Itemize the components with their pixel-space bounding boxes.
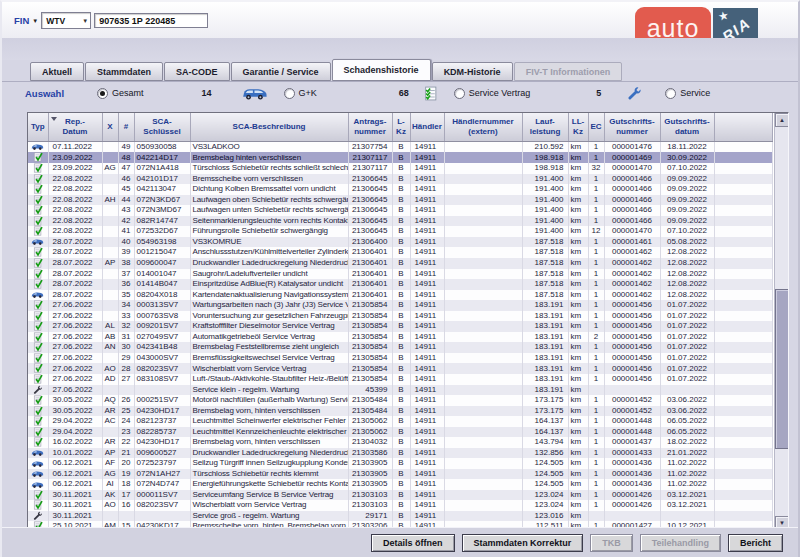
cell-sca-beschreibung: Türschloss Schiebetür rechts klemmt xyxy=(190,469,348,479)
cell-nr: 31 xyxy=(118,332,134,343)
bericht-button[interactable]: Bericht xyxy=(728,534,783,552)
details-ffnen-button[interactable]: Details öffnen xyxy=(371,534,455,552)
table-row[interactable]: 07.11.202249050930058VS3LADKOO21307754B1… xyxy=(28,142,773,153)
table-row[interactable]: 30.11.2021AO16082023SV7Wischerblatt vorn… xyxy=(28,500,773,511)
cell-antragsnummer: 21304032 xyxy=(348,437,392,448)
col-header-sca-beschreibung[interactable]: SCA-Beschreibung xyxy=(190,113,348,142)
col-header-typ[interactable]: Typ xyxy=(28,113,48,142)
table-row[interactable]: 28.07.202237014001047Saugrohr/Ladeluftve… xyxy=(28,269,773,280)
stammdaten-korrektur-button[interactable]: Stammdaten Korrektur xyxy=(462,534,584,552)
table-row[interactable]: 22.08.202245042113047Dichtung Kolben Bre… xyxy=(28,184,773,195)
teilehandling-button: Teilehandling xyxy=(640,534,721,552)
checklist-icon xyxy=(423,86,438,101)
col-header-nr[interactable]: # xyxy=(118,113,134,142)
cell-rep-datum: 22.08.2022 xyxy=(48,174,102,185)
table-row[interactable]: 30.11.2021Service groß - regelm. Wartung… xyxy=(28,511,773,521)
radio-gesamt[interactable]: Gesamt xyxy=(97,88,144,99)
vin-input[interactable] xyxy=(94,13,208,28)
table-row[interactable]: 16.02.2022AR2204230HD17Bremsbelag vorn, … xyxy=(28,437,773,448)
cell-sca-schluessel: 009600047 xyxy=(134,258,190,269)
table-row[interactable]: 06.12.2021AF20072523797Seilzug Türgriff … xyxy=(28,458,773,468)
col-header-x[interactable]: X xyxy=(102,113,118,142)
table-row[interactable]: 27.06.2022AO28082023SV7Wischerblatt vorn… xyxy=(28,363,773,374)
service-wrench-icon xyxy=(28,511,48,521)
table-row[interactable]: 22.08.202246042101D17Bremsscheibe vorn v… xyxy=(28,174,773,185)
cell-gutschriftsdatum: 12.08.2022 xyxy=(660,247,714,258)
table-row[interactable]: 28.07.2022AP38009600047Druckwandler Lade… xyxy=(28,258,773,269)
table-row[interactable]: 22.08.202241072532D67Führungsrolle Schie… xyxy=(28,226,773,237)
cell-sca-schluessel: 000011SV7 xyxy=(134,490,190,501)
col-header-ll-kz[interactable]: LL- Kz xyxy=(568,113,588,142)
table-row[interactable]: 27.06.2022AN30042341B48Bremsbelag Festst… xyxy=(28,342,773,353)
col-header-sca-schluessel[interactable]: SCA- Schlüssel xyxy=(134,113,190,142)
cell-rep-datum: 29.04.2022 xyxy=(48,416,102,427)
cell-haendlernummer-extern xyxy=(444,511,522,521)
col-header-haendlernummer-extern[interactable]: Händlernummer (extern) xyxy=(444,113,522,142)
table-row[interactable]: 28.07.20223508204X018Kartendatenaktualis… xyxy=(28,290,773,300)
table-row[interactable]: 27.06.2022AL32009201SV7Kraftstofffilter … xyxy=(28,321,773,332)
cell-gutschriftsnummer: 000001436 xyxy=(604,458,660,468)
table-row[interactable]: 23.09.2022AG47072N1A418Türschloss Schieb… xyxy=(28,163,773,174)
table-row[interactable]: 22.08.202242082R14747Seitenmarkierungsle… xyxy=(28,216,773,227)
cell-sca-beschreibung: Kraftstofffilter Dieselmotor Service Ver… xyxy=(190,321,348,332)
cell-haendlernummer-extern xyxy=(444,332,522,343)
cell-gutschriftsnummer: 000001433 xyxy=(604,448,660,458)
radio-service-vertrag[interactable]: Service Vertrag xyxy=(454,88,531,99)
table-row[interactable]: 28.07.20223601414B047Einspritzdüse AdBlu… xyxy=(28,279,773,290)
cell-haendler: 14911 xyxy=(410,374,444,385)
table-row[interactable]: 27.06.2022AD27083108SV7Luft-/Staub-/Akti… xyxy=(28,374,773,385)
table-row[interactable]: 22.08.2022AH44072N3KD67Laufwagen oben Sc… xyxy=(28,195,773,206)
table-row[interactable]: 29.04.2022AC24082123737Leuchtmittel Sche… xyxy=(28,416,773,427)
table-row[interactable]: 06.12.2021AI18072N4D747Energieführungske… xyxy=(28,479,773,489)
col-header-rep-datum[interactable]: Rep.- Datum xyxy=(48,113,102,142)
tab-kdm-historie[interactable]: KDM-Historie xyxy=(432,62,513,81)
table-row[interactable]: 30.05.2022AR2504230HD17Bremsbelag vorn, … xyxy=(28,406,773,417)
col-header-l-kz[interactable]: L-Kz xyxy=(392,113,410,142)
cell-antragsnummer: 21303586 xyxy=(348,448,392,458)
table-row[interactable]: 30.05.2022AQ26000251SV7Motoröl nachfülle… xyxy=(28,395,773,406)
tab-garantie-service[interactable]: Garantie / Service xyxy=(231,62,331,81)
tab-schadenshistorie[interactable]: Schadenshistorie xyxy=(332,59,431,81)
wmi-select[interactable]: WTV ▼ xyxy=(41,12,91,29)
col-header-gutschriftsnummer[interactable]: Gutschrifts- nummer xyxy=(604,113,660,142)
tab-stammdaten[interactable]: Stammdaten xyxy=(85,62,163,81)
col-header-ec[interactable]: EC xyxy=(588,113,604,142)
cell-sca-schluessel: 072532D67 xyxy=(134,226,190,237)
fin-dropdown-caret-icon[interactable]: ▼ xyxy=(32,18,38,24)
col-header-haendler[interactable]: Händler xyxy=(410,113,444,142)
cell-l-kz: B xyxy=(392,142,410,153)
col-header-laufleistung[interactable]: Lauf- leistung xyxy=(522,113,568,142)
table-row[interactable]: 28.07.202239001215047Anschlussstutzen/Kü… xyxy=(28,247,773,258)
table-row[interactable]: 30.11.2021AK17000011SV7Serviceumfang Ser… xyxy=(28,490,773,501)
table-row[interactable]: 23.09.202248042214D17Bremsbelag hinten v… xyxy=(28,152,773,163)
col-header-antragsnummer[interactable]: Antrags- nummer xyxy=(348,113,392,142)
cell-nr: 23 xyxy=(118,427,134,438)
cell-antragsnummer: 21306401 xyxy=(348,269,392,280)
tab-aktuell[interactable]: Aktuell xyxy=(30,62,84,81)
tab-sa-code[interactable]: SA-CODE xyxy=(164,62,230,81)
scroll-up-icon[interactable]: ▲ xyxy=(775,113,789,127)
table-row[interactable]: 06.12.2021AG19072N1AH27Türschloss Schieb… xyxy=(28,469,773,479)
cell-ll-kz: km xyxy=(568,300,588,311)
radio-label: Service Vertrag xyxy=(469,88,531,98)
table-row[interactable]: 29.04.202223082285737Leuchtmittel Kennze… xyxy=(28,427,773,438)
cell-gutschriftsnummer: 000001456 xyxy=(604,332,660,343)
cell-filler xyxy=(714,363,773,374)
table-row[interactable]: 28.07.202240054963198VS3KOMRUE21306400B1… xyxy=(28,237,773,247)
table-row[interactable]: 22.08.202243072N3MD67Laufwagen unten Sch… xyxy=(28,205,773,216)
table-row[interactable]: 27.06.2022AB31027049SV7Automatikgetriebe… xyxy=(28,332,773,343)
table-row[interactable]: 27.06.202234000313SV7Wartungsarbeiten na… xyxy=(28,300,773,311)
tab-fiv-t-informationen: FIV-T Informationen xyxy=(514,62,623,81)
col-header-gutschriftsdatum[interactable]: Gutschrifts- datum xyxy=(660,113,714,142)
table-row[interactable]: 10.01.2022AP21009600527Druckwandler Lade… xyxy=(28,448,773,458)
cell-ll-kz: km xyxy=(568,216,588,227)
table-row[interactable]: 27.06.2022Service klein - regelm. Wartun… xyxy=(28,385,773,395)
vertical-scrollbar[interactable]: ▲ ▼ xyxy=(774,113,788,530)
table-row[interactable]: 27.06.202229043000SV7Bremsflüssigkeitswe… xyxy=(28,353,773,364)
scrollbar-thumb[interactable] xyxy=(775,289,789,449)
radio-service[interactable]: Service xyxy=(665,88,710,99)
cell-nr: 44 xyxy=(118,195,134,206)
radio-g-k[interactable]: G+K xyxy=(284,88,317,99)
table-row[interactable]: 27.06.202233000763SV8Voruntersuchung zur… xyxy=(28,311,773,322)
cell-haendlernummer-extern xyxy=(444,490,522,501)
